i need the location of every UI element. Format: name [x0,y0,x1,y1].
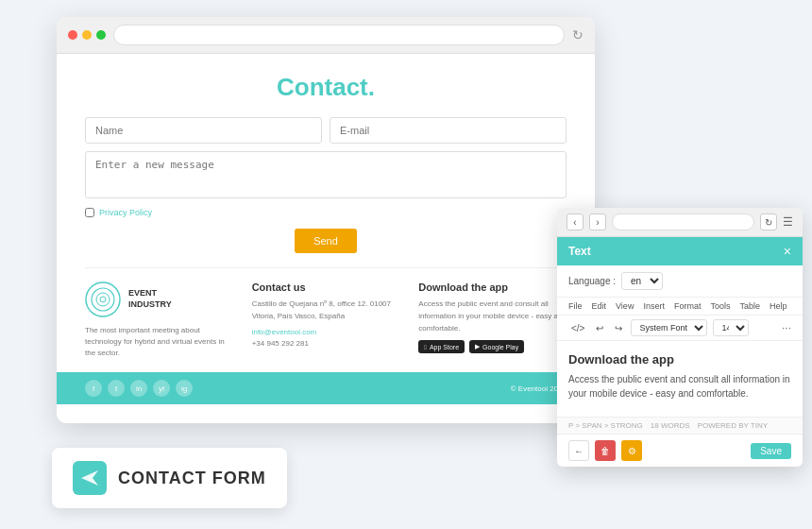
browser-dots [68,30,106,40]
menu-edit[interactable]: Edit [592,301,607,311]
footer-app-title: Download the app [418,282,567,293]
social-icons: f t in yt ig [85,380,193,397]
font-select[interactable]: System Font [631,319,707,336]
editor-reload-btn[interactable]: ↻ [760,213,777,230]
footer-logo-line1: EVENT [128,288,172,299]
footer-address: Castillo de Quejana nº 8, office 12. 010… [252,299,400,323]
editor-close-button[interactable]: × [784,244,791,259]
svg-marker-4 [81,470,98,486]
form-row-top [85,117,567,144]
language-select[interactable]: en [621,272,663,290]
footer-logo-line2: INDUSTRY [128,299,172,311]
editor-lang-bar: Language : en [557,265,803,298]
menu-table[interactable]: Table [739,301,760,311]
editor-status-bar: P > SPAN > STRONG 18 WORDS POWERED BY TI… [557,417,803,434]
social-icon-linkedin[interactable]: in [130,380,147,397]
menu-view[interactable]: View [616,301,634,311]
play-icon: ▶ [475,343,480,350]
privacy-checkbox[interactable] [85,208,94,217]
editor-nav-back[interactable]: ← [568,440,589,461]
footer-col-app: Download the app Access the public event… [418,282,567,359]
contact-title-dot: . [368,73,375,101]
contact-form-icon [73,461,107,495]
editor-panel: ‹ › ↻ ☰ Text × Language : en File Edit V… [557,208,803,467]
menu-help[interactable]: Help [770,301,787,311]
editor-title-bar: Text × [557,237,803,265]
undo-icon[interactable]: ↩ [593,322,606,334]
dot-yellow[interactable] [82,30,92,40]
editor-settings-button[interactable]: ⚙ [621,440,642,461]
footer-logo-text: EVENT INDUSTRY [128,288,172,310]
app-store-badge[interactable]:  App Store [418,340,465,353]
editor-tool-bar: </> ↩ ↪ System Font 14pt ··· [557,316,803,341]
contact-form: Privacy Policy Send [85,117,567,253]
message-textarea[interactable] [85,151,567,198]
svg-point-2 [96,293,110,306]
footer-app-desc: Access the public event and consult all … [418,299,567,334]
svg-point-1 [92,288,114,311]
app-badges:  App Store ▶ Google Play [418,340,567,353]
editor-delete-button[interactable]: 🗑 [595,440,616,461]
social-icon-instagram[interactable]: ig [176,380,193,397]
editor-hamburger-icon[interactable]: ☰ [783,215,793,229]
browser-content: Contact. Privacy Policy Send [57,54,595,423]
editor-content-text: Access the public event and consult all … [568,372,791,401]
editor-back-nav[interactable]: ‹ [567,213,584,230]
contact-title-text: Contact [277,73,368,101]
editor-browser-chrome: ‹ › ↻ ☰ [557,208,803,237]
editor-path: P > SPAN > STRONG [568,421,643,430]
social-icon-twitter[interactable]: t [108,380,125,397]
event-logo-icon [85,282,121,317]
social-icon-facebook[interactable]: f [85,380,102,397]
contact-form-label-card: CONTACT FORM [52,448,287,508]
main-browser-window: ↻ Contact. Privacy Policy Send [57,17,595,423]
footer-bar: f t in yt ig © Eventool 2021 [57,372,595,404]
name-input[interactable] [85,117,322,144]
footer-col-logo: EVENT INDUSTRY The most important meetin… [85,282,233,359]
send-button[interactable]: Send [295,229,357,253]
redo-icon[interactable]: ↪ [612,322,625,334]
google-play-badge[interactable]: ▶ Google Play [469,340,524,353]
reload-icon[interactable]: ↻ [572,27,584,43]
google-play-label: Google Play [482,344,518,350]
footer-description: The most important meeting about technol… [85,325,233,359]
menu-insert[interactable]: Insert [643,301,665,311]
editor-save-button[interactable]: Save [751,443,791,459]
menu-file[interactable]: File [568,301,583,311]
privacy-label: Privacy Policy [99,208,152,217]
browser-chrome: ↻ [57,17,595,54]
dot-green[interactable] [96,30,106,40]
editor-powered-by: POWERED BY TINY [698,421,768,430]
editor-word-count: 18 WORDS [651,421,690,430]
footer-email[interactable]: info@eventool.com [252,328,317,336]
code-icon[interactable]: </> [568,322,587,334]
editor-forward-nav[interactable]: › [589,213,606,230]
footer-phone: +34 945 292 281 [252,338,400,350]
send-icon [79,468,100,488]
editor-address-bar[interactable] [612,213,754,230]
editor-content-area[interactable]: Download the app Access the public event… [557,341,803,417]
editor-bottom-bar: ← 🗑 ⚙ Save [557,434,803,467]
editor-menu-bar: File Edit View Insert Format Tools Table… [557,298,803,316]
footer-col-contact: Contact us Castillo de Quejana nº 8, off… [252,282,400,359]
more-options-icon[interactable]: ··· [782,321,791,334]
email-input[interactable] [330,117,567,144]
contact-section: Contact. Privacy Policy Send [57,54,595,267]
contact-title: Contact. [85,73,567,102]
svg-point-3 [100,297,106,302]
language-label: Language : [568,276,616,286]
size-select[interactable]: 14pt [713,319,749,336]
footer-contact-title: Contact us [252,282,400,293]
privacy-row: Privacy Policy [85,208,567,217]
footer-contact-info: Castillo de Quejana nº 8, office 12. 010… [252,299,400,350]
contact-form-text: CONTACT FORM [118,469,266,488]
apple-icon:  [424,344,427,350]
social-icon-youtube[interactable]: yt [153,380,170,397]
address-bar[interactable] [113,25,565,45]
footer-logo: EVENT INDUSTRY [85,282,233,317]
menu-format[interactable]: Format [674,301,702,311]
editor-content-title: Download the app [568,352,791,367]
dot-red[interactable] [68,30,77,40]
app-store-label: App Store [430,344,459,350]
menu-tools[interactable]: Tools [710,301,730,311]
